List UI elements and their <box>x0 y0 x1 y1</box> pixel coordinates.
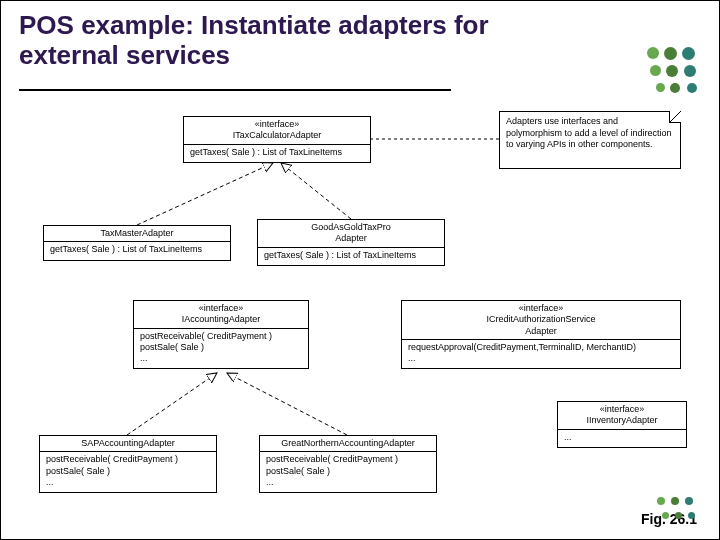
slide-title: POS example: Instantiate adapters for ex… <box>19 11 519 71</box>
operation: ... <box>564 432 572 442</box>
operation: ... <box>266 477 430 488</box>
class-iaccountingadapter: «interface» IAccountingAdapter postRecei… <box>133 300 309 369</box>
class-goodasgoldtaxproadapter: GoodAsGoldTaxPro Adapter getTaxes( Sale … <box>257 219 445 266</box>
svg-line-2 <box>281 163 351 219</box>
decorative-dots-bottom <box>633 488 713 533</box>
svg-line-3 <box>127 373 217 435</box>
operation: getTaxes( Sale ) : List of TaxLineItems <box>264 250 416 260</box>
class-taxmasteradapter: TaxMasterAdapter getTaxes( Sale ) : List… <box>43 225 231 261</box>
stereotype: «interface» <box>138 303 304 314</box>
operation: postReceivable( CreditPayment ) <box>140 331 302 342</box>
operation: postSale( Sale ) <box>46 466 210 477</box>
class-name-line2: Adapter <box>406 326 676 337</box>
stereotype: «interface» <box>188 119 366 130</box>
stereotype: «interface» <box>562 404 682 415</box>
class-name: GreatNorthernAccountingAdapter <box>281 438 415 448</box>
class-icreditauthorizationserviceadapter: «interface» ICreditAuthorizationService … <box>401 300 681 369</box>
title-underline <box>19 89 451 91</box>
class-name: SAPAccountingAdapter <box>81 438 174 448</box>
operation: getTaxes( Sale ) : List of TaxLineItems <box>190 147 342 157</box>
note-text: Adapters use interfaces and polymorphism… <box>506 116 672 149</box>
class-name-line1: ICreditAuthorizationService <box>406 314 676 325</box>
class-name: TaxMasterAdapter <box>100 228 173 238</box>
class-itaxcalculatoradapter: «interface» ITaxCalculatorAdapter getTax… <box>183 116 371 163</box>
uml-note: Adapters use interfaces and polymorphism… <box>499 111 681 169</box>
operation: ... <box>140 353 302 364</box>
class-iinventoryadapter: «interface» IInventoryAdapter ... <box>557 401 687 448</box>
operation: requestApproval(CreditPayment,TerminalID… <box>408 342 674 353</box>
decorative-dots-top <box>621 41 711 101</box>
stereotype: «interface» <box>406 303 676 314</box>
class-name: IAccountingAdapter <box>138 314 304 325</box>
class-name: ITaxCalculatorAdapter <box>188 130 366 141</box>
operation: postSale( Sale ) <box>266 466 430 477</box>
svg-line-4 <box>227 373 347 435</box>
note-fold-icon <box>669 111 681 123</box>
class-greatnorthernaccountingadapter: GreatNorthernAccountingAdapter postRecei… <box>259 435 437 493</box>
class-sapaccountingadapter: SAPAccountingAdapter postReceivable( Cre… <box>39 435 217 493</box>
class-name-line1: GoodAsGoldTaxPro <box>262 222 440 233</box>
class-name: IInventoryAdapter <box>562 415 682 426</box>
operation: ... <box>408 353 674 364</box>
class-name-line2: Adapter <box>262 233 440 244</box>
operation: postReceivable( CreditPayment ) <box>266 454 430 465</box>
operation: postSale( Sale ) <box>140 342 302 353</box>
operation: ... <box>46 477 210 488</box>
operation: getTaxes( Sale ) : List of TaxLineItems <box>50 244 202 254</box>
svg-line-1 <box>137 163 273 225</box>
operation: postReceivable( CreditPayment ) <box>46 454 210 465</box>
